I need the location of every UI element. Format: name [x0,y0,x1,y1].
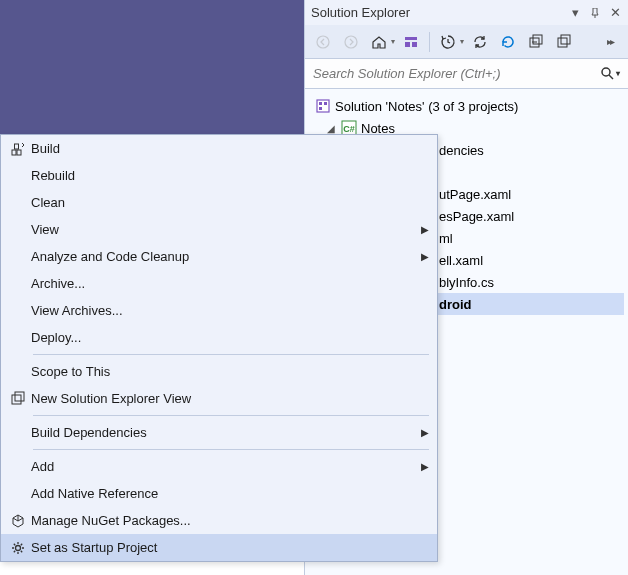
context-menu: Build Rebuild Clean View▶ Analyze and Co… [0,134,438,562]
menu-build[interactable]: Build [1,135,437,162]
svg-rect-7 [558,38,567,47]
svg-rect-3 [405,42,410,47]
svg-rect-13 [319,107,322,110]
menu-nuget[interactable]: Manage NuGet Packages... [1,507,437,534]
tree-label: Solution 'Notes' (3 of 3 projects) [335,99,518,114]
submenu-arrow-icon: ▶ [421,427,429,438]
panel-toolbar: ▾ ▾ ▸▸ [305,25,628,59]
refresh-icon[interactable] [496,30,520,54]
tree-solution-node[interactable]: Solution 'Notes' (3 of 3 projects) [309,95,624,117]
panel-title: Solution Explorer [311,5,568,20]
menu-label: Rebuild [31,168,429,183]
svg-rect-11 [319,102,322,105]
menu-label: Archive... [31,276,429,291]
svg-rect-12 [324,102,327,105]
tree-label: ml [439,231,453,246]
menu-label: Add [31,459,421,474]
menu-add-native[interactable]: Add Native Reference [1,480,437,507]
svg-rect-10 [317,100,329,112]
menu-analyze[interactable]: Analyze and Code Cleanup▶ [1,243,437,270]
menu-view[interactable]: View▶ [1,216,437,243]
svg-text:C#: C# [343,124,355,134]
menu-startup[interactable]: Set as Startup Project [1,534,437,561]
show-all-icon[interactable] [552,30,576,54]
home-icon[interactable] [367,30,391,54]
panel-titlebar: Solution Explorer ▾ ✕ [305,0,628,25]
svg-rect-17 [17,150,21,155]
menu-separator [33,415,429,416]
menu-archive[interactable]: Archive... [1,270,437,297]
back-icon [311,30,335,54]
menu-label: Manage NuGet Packages... [31,513,429,528]
svg-point-1 [345,36,357,48]
menu-label: Add Native Reference [31,486,429,501]
editor-background [0,0,304,140]
menu-label: Build [31,141,429,156]
search-bar: ▾ [305,59,628,89]
home-dropdown-icon[interactable]: ▾ [391,37,395,46]
menu-label: New Solution Explorer View [31,391,429,406]
svg-rect-4 [412,42,417,47]
close-icon[interactable]: ✕ [608,6,622,20]
submenu-arrow-icon: ▶ [421,251,429,262]
tree-label: utPage.xaml [439,187,511,202]
svg-rect-19 [12,395,21,404]
menu-separator [33,449,429,450]
menu-deploy[interactable]: Deploy... [1,324,437,351]
tree-label: blyInfo.cs [439,275,494,290]
menu-label: Build Dependencies [31,425,421,440]
pending-dropdown-icon[interactable]: ▾ [460,37,464,46]
svg-rect-8 [561,35,570,44]
submenu-arrow-icon: ▶ [421,224,429,235]
svg-point-0 [317,36,329,48]
svg-rect-20 [15,392,24,401]
menu-rebuild[interactable]: Rebuild [1,162,437,189]
svg-rect-6 [533,35,542,44]
menu-label: Clean [31,195,429,210]
tree-label: dencies [439,143,484,158]
menu-scope[interactable]: Scope to This [1,358,437,385]
svg-point-21 [16,545,21,550]
pin-icon[interactable] [588,6,602,20]
menu-add[interactable]: Add▶ [1,453,437,480]
menu-label: Deploy... [31,330,429,345]
expand-arrow-icon[interactable]: ◢ [325,123,337,134]
pending-changes-icon[interactable] [436,30,460,54]
menu-label: View [31,222,421,237]
menu-new-view[interactable]: New Solution Explorer View [1,385,437,412]
menu-label: Set as Startup Project [31,540,429,555]
svg-point-9 [602,68,610,76]
submenu-arrow-icon: ▶ [421,461,429,472]
menu-clean[interactable]: Clean [1,189,437,216]
menu-separator [33,354,429,355]
menu-label: View Archives... [31,303,429,318]
menu-label: Scope to This [31,364,429,379]
tree-label: esPage.xaml [439,209,514,224]
nuget-icon [5,510,31,532]
dropdown-icon[interactable]: ▾ [568,6,582,20]
tree-label: droid [439,297,472,312]
svg-rect-16 [12,150,16,155]
menu-build-deps[interactable]: Build Dependencies▶ [1,419,437,446]
forward-icon [339,30,363,54]
overflow-icon[interactable]: ▸▸ [598,30,622,54]
switch-views-icon[interactable] [399,30,423,54]
tree-label: ell.xaml [439,253,483,268]
search-input[interactable] [313,66,601,81]
search-icon[interactable]: ▾ [601,67,620,80]
sync-icon[interactable] [468,30,492,54]
build-icon [5,138,31,160]
menu-view-archives[interactable]: View Archives... [1,297,437,324]
collapse-all-icon[interactable] [524,30,548,54]
svg-rect-18 [15,144,19,149]
solution-icon [315,98,331,114]
new-view-icon [5,388,31,410]
menu-label: Analyze and Code Cleanup [31,249,421,264]
gear-icon [5,537,31,559]
svg-rect-2 [405,37,417,40]
